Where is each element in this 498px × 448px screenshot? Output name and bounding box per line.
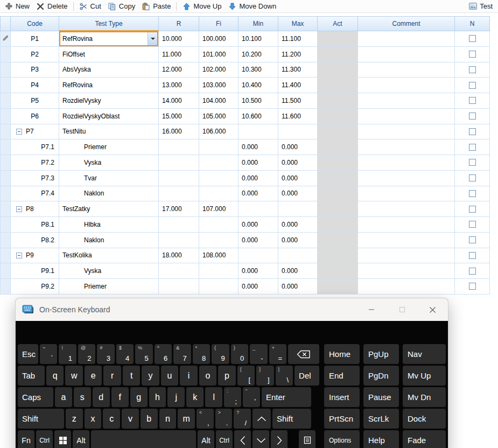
cell-n[interactable] (455, 109, 490, 124)
cell-comment[interactable] (358, 62, 455, 78)
cell-r[interactable]: 10.000 (159, 31, 199, 47)
cell-max[interactable]: 11.500 (278, 93, 318, 109)
cell-fi[interactable]: 107.000 (199, 201, 239, 217)
cell-comment[interactable] (358, 109, 455, 124)
cell-comment[interactable] (358, 139, 455, 155)
cell-test-type[interactable]: RefRovina (59, 78, 159, 93)
cell-r[interactable]: 11.000 (159, 47, 199, 62)
key-9[interactable]: (9 (212, 344, 229, 364)
key-esc[interactable]: Esc (18, 344, 38, 364)
key-q[interactable]: q (46, 366, 64, 386)
cell-n[interactable] (455, 155, 490, 171)
key-prtscn[interactable]: PrtScn (324, 409, 360, 429)
cell-test-type[interactable]: AbsVyska (59, 62, 159, 78)
column-header-act[interactable]: Act (318, 16, 358, 31)
key-'[interactable]: "' (243, 387, 260, 407)
key-o[interactable]: o (199, 366, 216, 386)
row-checkbox[interactable] (469, 97, 476, 104)
key-end[interactable]: End (324, 366, 360, 386)
cell-n[interactable] (455, 233, 490, 248)
cell-max[interactable]: 0.000 (278, 233, 318, 248)
row-header-cell[interactable] (0, 78, 11, 93)
cell-code[interactable]: P9 (11, 248, 59, 264)
column-header-min[interactable]: Min (239, 16, 278, 31)
key-`[interactable]: ~` (40, 344, 57, 364)
key-n[interactable]: n (159, 409, 177, 429)
key-[[interactable]: {[ (237, 366, 255, 386)
key-shift[interactable]: Shift (272, 409, 311, 429)
cell-fi[interactable] (199, 171, 239, 186)
cell-n[interactable] (455, 78, 490, 93)
cell-n[interactable] (455, 139, 490, 155)
key-dock[interactable]: Dock (403, 409, 446, 429)
collapse-icon[interactable] (16, 206, 22, 212)
cell-max[interactable]: 0.000 (278, 217, 318, 233)
left-arrow-key[interactable] (234, 430, 251, 448)
column-header-fi[interactable]: Fi (199, 16, 239, 31)
cell-r[interactable] (159, 233, 199, 248)
right-arrow-key[interactable] (271, 430, 287, 448)
key-m[interactable]: m (178, 409, 195, 429)
key-3[interactable]: #3 (97, 344, 114, 364)
cell-n[interactable] (455, 217, 490, 233)
cell-comment[interactable] (358, 186, 455, 202)
down-arrow-key[interactable] (252, 430, 269, 448)
maximize-button[interactable] (387, 298, 417, 321)
row-checkbox[interactable] (469, 174, 476, 181)
cell-test-type[interactable]: TestKolika (59, 248, 159, 264)
cell-test-type[interactable]: Vyska (59, 155, 159, 171)
row-checkbox[interactable] (469, 283, 476, 290)
cell-test-type[interactable]: TestZatky (59, 201, 159, 217)
key-6[interactable]: ^6 (155, 344, 172, 364)
row-header-cell[interactable] (0, 139, 11, 155)
cell-max[interactable]: 11.100 (278, 31, 318, 47)
key-enter[interactable]: Enter (262, 387, 311, 407)
cell-max[interactable]: 0.000 (278, 155, 318, 171)
key-ctrl[interactable]: Ctrl (216, 430, 233, 448)
up-arrow-key[interactable] (252, 409, 271, 429)
key-j[interactable]: j (167, 387, 185, 407)
cell-min[interactable]: 0.000 (239, 171, 278, 186)
toolbar-button-move-down[interactable]: Move Down (225, 2, 279, 11)
cell-min[interactable]: 10.200 (239, 47, 278, 62)
key-=[interactable]: += (269, 344, 286, 364)
cell-max[interactable]: 0.000 (278, 263, 318, 279)
key-7[interactable]: &7 (173, 344, 191, 364)
cell-comment[interactable] (358, 248, 455, 264)
keyboard-title-bar[interactable]: On-Screen Keyboard (16, 298, 448, 321)
key-help[interactable]: Help (363, 430, 399, 448)
cell-code[interactable]: P9.2 (11, 279, 59, 295)
row-header-cell[interactable] (0, 263, 11, 279)
cell-code[interactable]: P4 (11, 78, 59, 93)
cell-fi[interactable]: 100.000 (199, 31, 239, 47)
cell-code[interactable]: P1 (11, 31, 59, 47)
cell-min[interactable]: 0.000 (239, 186, 278, 202)
cell-comment[interactable] (358, 78, 455, 93)
cell-test-type[interactable]: Priemer (59, 279, 159, 295)
row-checkbox[interactable] (469, 221, 476, 228)
key-\[interactable]: |\ (276, 366, 293, 386)
key-home[interactable]: Home (324, 344, 360, 364)
cell-min[interactable]: 0.000 (239, 263, 278, 279)
row-checkbox[interactable] (469, 159, 476, 166)
row-checkbox[interactable] (469, 82, 476, 89)
cell-test-type[interactable]: RozdielVyskyOblast (59, 109, 159, 124)
row-checkbox[interactable] (469, 113, 476, 120)
key-insert[interactable]: Insert (324, 387, 360, 407)
row-header-cell[interactable] (0, 47, 11, 62)
toolbar-button-paste[interactable]: Paste (138, 2, 174, 11)
key-pause[interactable]: Pause (363, 387, 399, 407)
key-,[interactable]: <, (197, 409, 214, 429)
row-checkbox[interactable] (469, 144, 476, 151)
row-checkbox[interactable] (469, 252, 476, 259)
cell-r[interactable] (159, 139, 199, 155)
key-caps[interactable]: Caps (18, 387, 53, 407)
table-row[interactable]: P7.2Vyska0.0000.000 (0, 155, 490, 171)
cell-n[interactable] (455, 201, 490, 217)
key-5[interactable]: %5 (135, 344, 152, 364)
toolbar-button-new[interactable]: New (1, 2, 33, 11)
cell-max[interactable] (278, 124, 318, 140)
row-header-cell[interactable] (0, 233, 11, 248)
cell-min[interactable] (239, 248, 278, 264)
space-key[interactable] (91, 430, 196, 448)
